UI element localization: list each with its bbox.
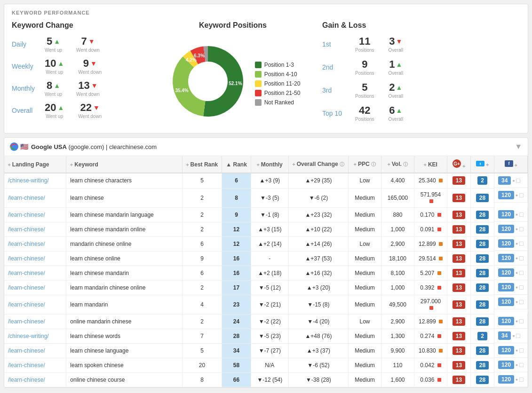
col-facebook[interactable]: f ÷: [494, 156, 528, 173]
monitor-icon[interactable]: □: [519, 346, 523, 354]
chart-icon[interactable]: ▪: [512, 177, 515, 184]
col-monthly[interactable]: ÷ Monthly: [251, 156, 288, 173]
monitor-icon[interactable]: □: [519, 225, 523, 233]
chart-icon[interactable]: ▪: [512, 332, 515, 339]
badge-facebook: 120: [498, 210, 514, 219]
cell-ppc: Medium: [349, 329, 381, 343]
col-ppc[interactable]: ÷ PPC ⓘ: [349, 156, 381, 173]
chart-icon[interactable]: ▪: [516, 361, 518, 369]
cell-keyword: learn chinese: [66, 188, 182, 207]
col-twitter[interactable]: t ÷: [471, 156, 494, 173]
monitor-icon[interactable]: □: [516, 177, 520, 184]
badge-twitter: 28: [476, 283, 489, 292]
kc-label: Overall: [12, 107, 45, 114]
cell-google: 13: [447, 173, 471, 188]
monitor-icon[interactable]: □: [519, 254, 523, 262]
cell-facebook: 120 ▪ □: [494, 280, 527, 295]
cell-google: 13: [447, 295, 471, 314]
arrow-down-icon: ▼: [93, 104, 100, 111]
chart-icon[interactable]: ▪: [516, 346, 518, 354]
kei-bar-icon: [439, 349, 443, 353]
col-rank[interactable]: ▲ Rank: [222, 156, 251, 173]
badge-google: 13: [453, 211, 465, 219]
monitor-icon[interactable]: □: [519, 298, 523, 306]
gl-positions-sub: Positions: [355, 117, 374, 122]
col-overall-change[interactable]: ÷ Overall Change ⓘ: [288, 156, 348, 173]
monitor-icon[interactable]: □: [519, 317, 523, 325]
gl-overall-sub: Overall: [389, 94, 404, 99]
badge-google: 13: [453, 194, 465, 202]
kc-down-sub: Went down: [76, 47, 100, 53]
cell-vol: 18,100: [381, 251, 414, 266]
kc-up-num: 8 ▲: [47, 79, 60, 92]
gl-positions: 5 Positions: [355, 81, 374, 99]
badge-google: 13: [453, 240, 465, 248]
legend-label-3: Position 21-50: [264, 90, 301, 96]
badge-twitter: 28: [476, 376, 489, 384]
cell-best-rank: 5: [182, 343, 222, 358]
cell-facebook: 120 ▪ □: [494, 266, 527, 280]
gl-row: Top 10 42 Positions 6 ▲ Overall: [322, 104, 520, 122]
cell-rank: 12: [222, 222, 251, 236]
chart-icon[interactable]: ▪: [516, 269, 518, 276]
cell-monthly: ▼-2 (22): [251, 314, 288, 329]
col-keyword[interactable]: ÷ Keyword: [66, 156, 182, 173]
chart-icon[interactable]: ▪: [516, 254, 518, 262]
badge-facebook: 120: [498, 317, 514, 325]
monitor-icon[interactable]: □: [519, 376, 523, 383]
cell-facebook: 120 ▪ □: [494, 343, 527, 358]
cell-twitter: 28: [471, 188, 494, 207]
chart-icon[interactable]: ▪: [516, 240, 518, 247]
cell-ppc: Medium: [349, 222, 381, 236]
col-kei[interactable]: ÷ KEI: [414, 156, 447, 173]
kei-bar-icon: [439, 257, 443, 260]
col-vol[interactable]: ÷ Vol. ⓘ: [381, 156, 414, 173]
cell-ppc: Medium: [349, 188, 381, 207]
monitor-icon[interactable]: □: [516, 332, 520, 339]
col-google[interactable]: G+ ÷: [447, 156, 471, 173]
cell-landing: /learn-chinese/: [4, 266, 66, 280]
chart-icon[interactable]: ▪: [516, 298, 518, 306]
kc-up-sub: Went up: [45, 47, 62, 53]
cell-vol: 4,400: [381, 173, 414, 188]
chart-icon[interactable]: ▪: [516, 225, 518, 233]
legend-item-0: Position 1-3: [255, 62, 301, 68]
cell-rank: 9: [222, 207, 251, 222]
badge-twitter: 28: [476, 346, 489, 355]
kc-up-value: 5 ▲ Went up: [45, 35, 62, 53]
gl-positions-sub: Positions: [355, 94, 374, 99]
monitor-icon[interactable]: □: [519, 283, 523, 291]
cell-landing: /learn-chinese/: [4, 222, 66, 236]
filter-icon[interactable]: ▼: [515, 142, 522, 151]
chart-icon[interactable]: ▪: [516, 191, 518, 199]
badge-twitter: 28: [476, 300, 489, 309]
monitor-icon[interactable]: □: [519, 191, 523, 199]
monitor-icon[interactable]: □: [519, 240, 523, 247]
col-landing-page[interactable]: ÷ Landing Page: [4, 156, 66, 173]
gl-overall-num: 2 ▲: [389, 81, 402, 94]
cell-best-rank: 6: [182, 266, 222, 280]
monitor-icon[interactable]: □: [519, 269, 523, 276]
cell-keyword: learn chinese words: [66, 329, 182, 343]
chart-icon[interactable]: ▪: [516, 376, 518, 383]
cell-keyword: learn spoken chinese: [66, 358, 182, 372]
kc-label: Weekly: [12, 63, 45, 70]
cell-facebook: 34 ▪ □: [494, 173, 527, 188]
chart-icon[interactable]: ▪: [516, 283, 518, 291]
chart-icon[interactable]: ▪: [516, 317, 518, 325]
cell-google: 13: [447, 372, 471, 387]
cell-overall: ▼-38 (28): [288, 372, 348, 387]
monitor-icon[interactable]: □: [519, 361, 523, 369]
chart-icon[interactable]: ▪: [516, 211, 518, 218]
gl-overall: 2 ▲ Overall: [389, 81, 404, 99]
cell-keyword: learn mandarin chinese online: [66, 280, 182, 295]
col-best-rank[interactable]: ÷ Best Rank: [182, 156, 222, 173]
engine-icons: 🇺🇸: [10, 143, 28, 150]
gl-positions: 11 Positions: [355, 35, 374, 53]
gl-overall: 6 ▲ Overall: [389, 104, 404, 122]
arrow-up-icon: ▲: [54, 38, 60, 45]
monitor-icon[interactable]: □: [519, 211, 523, 218]
cell-kei: 25.340: [414, 173, 447, 188]
cell-keyword: learn mandarin: [66, 295, 182, 314]
kc-row: Overall 20 ▲ Went up 22 ▼ Went down: [12, 102, 143, 119]
